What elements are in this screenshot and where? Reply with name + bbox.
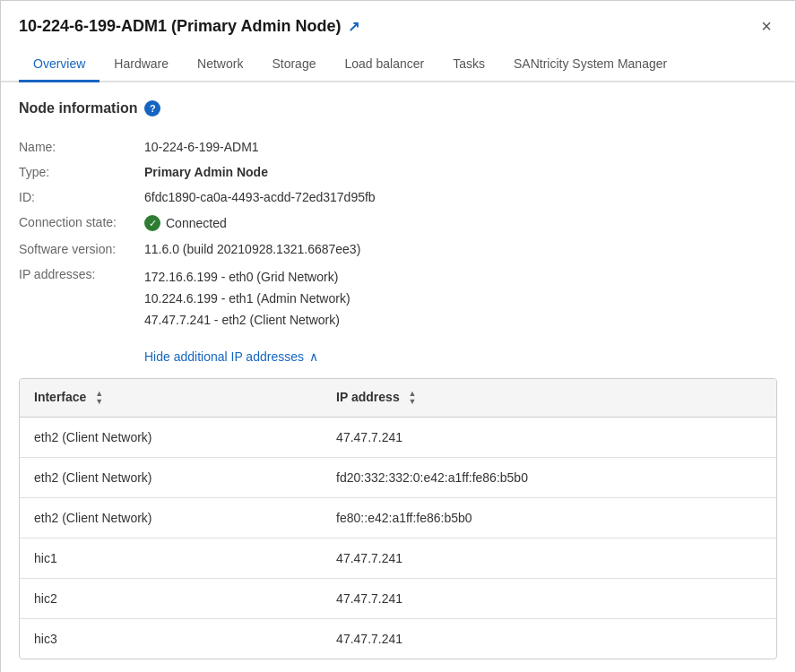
modal: 10-224-6-199-ADM1 (Primary Admin Node) ↗… [0,0,796,672]
ip-cell: fd20:332:332:0:e42:a1ff:fe86:b5b0 [322,458,776,498]
modal-title: 10-224-6-199-ADM1 (Primary Admin Node) ↗ [19,17,359,36]
chevron-up-icon: ∧ [309,349,318,364]
table-wrapper: Interface ▲▼ IP address ▲▼ [19,378,777,659]
tab-overview[interactable]: Overview [19,47,100,82]
tab-network[interactable]: Network [183,47,257,82]
interface-cell: hic1 [20,538,322,579]
name-label: Name: [19,134,144,159]
close-button[interactable]: × [756,15,777,37]
id-value: 6fdc1890-ca0a-4493-acdd-72ed317d95fb [144,185,777,210]
connected-icon: ✓ [144,215,160,231]
ip-cell: fe80::e42:a1ff:fe86:b5b0 [322,498,776,538]
table-row: hic1 47.47.7.241 [20,538,776,579]
ip-cell: 47.47.7.241 [322,579,776,619]
ip-cell: 47.47.7.241 [322,418,776,458]
external-link-icon[interactable]: ↗ [348,18,359,35]
help-icon[interactable]: ? [144,100,160,116]
interface-sort-icon: ▲▼ [95,390,103,406]
interface-cell: hic2 [20,579,322,619]
tab-load-balancer[interactable]: Load balancer [330,47,438,82]
table-row: eth2 (Client Network) fd20:332:332:0:e42… [20,458,776,498]
table-row: hic2 47.47.7.241 [20,579,776,619]
ip-item-0: 172.16.6.199 - eth0 (Grid Network) [144,267,777,287]
tab-tasks[interactable]: Tasks [438,47,499,82]
ip-values: 172.16.6.199 - eth0 (Grid Network) 10.22… [144,262,777,335]
spacer-label [19,335,144,378]
ip-item-2: 47.47.7.241 - eth2 (Client Network) [144,310,777,330]
tab-hardware[interactable]: Hardware [100,47,183,82]
table-row: hic3 47.47.7.241 [20,619,776,659]
col-interface[interactable]: Interface ▲▼ [20,379,322,418]
ip-sort-icon: ▲▼ [409,390,417,406]
hide-link-text: Hide additional IP addresses [144,349,304,364]
ip-cell: 47.47.7.241 [322,619,776,659]
interface-cell: eth2 (Client Network) [20,458,322,498]
table-row: eth2 (Client Network) fe80::e42:a1ff:fe8… [20,498,776,538]
table-body: eth2 (Client Network) 47.47.7.241 eth2 (… [20,418,776,659]
tab-santricity[interactable]: SANtricity System Manager [499,47,681,82]
tab-bar: Overview Hardware Network Storage Load b… [1,47,795,82]
id-label: ID: [19,185,144,210]
hide-additional-ip-link[interactable]: Hide additional IP addresses ∧ [144,349,777,364]
type-value: Primary Admin Node [144,159,777,185]
connection-label: Connection state: [19,210,144,237]
col-ip-address[interactable]: IP address ▲▼ [322,379,776,418]
interface-cell: eth2 (Client Network) [20,418,322,458]
table-row: eth2 (Client Network) 47.47.7.241 [20,418,776,458]
section-title: Node information ? [19,100,777,116]
tab-storage[interactable]: Storage [257,47,330,82]
ip-label: IP addresses: [19,262,144,335]
ip-table: Interface ▲▼ IP address ▲▼ [20,379,776,659]
ip-cell: 47.47.7.241 [322,538,776,579]
table-header-row: Interface ▲▼ IP address ▲▼ [20,379,776,418]
type-label: Type: [19,159,144,185]
ip-table-container[interactable]: Interface ▲▼ IP address ▲▼ [19,378,777,659]
ip-item-1: 10.224.6.199 - eth1 (Admin Network) [144,289,777,308]
node-info-grid: Name: 10-224-6-199-ADM1 Type: Primary Ad… [19,134,777,659]
ip-list: 172.16.6.199 - eth0 (Grid Network) 10.22… [144,267,777,330]
hide-link-cell: Hide additional IP addresses ∧ [144,335,777,378]
connection-value: ✓ Connected [144,210,777,237]
interface-cell: eth2 (Client Network) [20,498,322,538]
section-title-text: Node information [19,100,137,116]
modal-header: 10-224-6-199-ADM1 (Primary Admin Node) ↗… [1,1,795,47]
software-value: 11.6.0 (build 20210928.1321.6687ee3) [144,237,777,262]
interface-cell: hic3 [20,619,322,659]
software-label: Software version: [19,237,144,262]
name-value: 10-224-6-199-ADM1 [144,134,777,159]
content-area: Node information ? Name: 10-224-6-199-AD… [1,82,795,672]
connection-text: Connected [166,216,227,230]
title-text: 10-224-6-199-ADM1 (Primary Admin Node) [19,17,341,36]
